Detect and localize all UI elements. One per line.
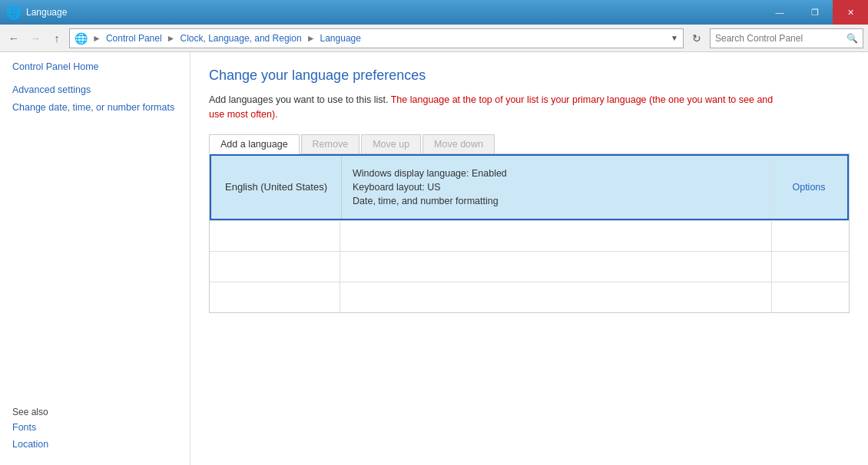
refresh-button[interactable]: ↻	[687, 28, 707, 48]
breadcrumb-clock-language[interactable]: Clock, Language, and Region	[181, 33, 302, 44]
description-start: Add languages you want to use to this li…	[209, 94, 391, 105]
page-description: Add languages you want to use to this li…	[209, 93, 785, 122]
language-name: English (United States)	[211, 156, 342, 219]
add-language-button[interactable]: Add a language	[209, 134, 300, 154]
sidebar-location-link[interactable]: Location	[12, 439, 177, 450]
breadcrumb-control-panel[interactable]: Control Panel	[106, 33, 162, 44]
close-button[interactable]: ✕	[833, 0, 868, 25]
main-container: Control Panel Home Advanced settings Cha…	[0, 52, 868, 465]
language-details: Windows display language: Enabled Keyboa…	[342, 156, 770, 219]
breadcrumb-language[interactable]: Language	[320, 33, 361, 44]
maximize-button[interactable]: ❐	[797, 0, 833, 25]
titlebar: 🌐 Language — ❐ ✕	[0, 0, 868, 25]
sidebar: Control Panel Home Advanced settings Cha…	[0, 52, 190, 465]
lang-detail-2: Date, time, and number formatting	[353, 196, 759, 206]
search-box: 🔍	[710, 28, 863, 48]
language-toolbar: Add a language Remove Move up Move down	[209, 134, 850, 154]
sidebar-home-link[interactable]: Control Panel Home	[12, 61, 177, 72]
addressbar: ← → ↑ 🌐 ► Control Panel ► Clock, Languag…	[0, 25, 868, 52]
window-icon: 🌐	[6, 5, 22, 20]
content-area: Change your language preferences Add lan…	[190, 52, 868, 465]
lang-detail-0: Windows display language: Enabled	[353, 168, 759, 179]
lang-empty-row-2	[210, 251, 849, 282]
see-also-title: See also	[12, 407, 177, 417]
language-list: English (United States) Windows display …	[209, 154, 850, 313]
sidebar-advanced-settings[interactable]: Advanced settings	[12, 84, 177, 95]
address-icon: 🌐	[75, 32, 88, 45]
titlebar-controls: — ❐ ✕	[762, 0, 868, 25]
language-options-cell: Options	[770, 156, 847, 219]
lang-empty-row-1	[210, 220, 849, 251]
sidebar-fonts-link[interactable]: Fonts	[12, 422, 177, 433]
move-up-button[interactable]: Move up	[361, 134, 421, 153]
lang-detail-1: Keyboard layout: US	[353, 182, 759, 193]
address-box: 🌐 ► Control Panel ► Clock, Language, and…	[69, 28, 684, 48]
remove-button[interactable]: Remove	[301, 134, 360, 153]
minimize-button[interactable]: —	[762, 0, 797, 25]
search-icon[interactable]: 🔍	[846, 33, 858, 44]
move-down-button[interactable]: Move down	[422, 134, 495, 153]
page-title: Change your language preferences	[209, 68, 850, 84]
options-link[interactable]: Options	[792, 182, 825, 193]
up-button[interactable]: ↑	[48, 29, 66, 48]
lang-empty-row-3	[210, 282, 849, 312]
sidebar-date-time[interactable]: Change date, time, or number formats	[12, 101, 177, 115]
forward-button[interactable]: →	[26, 29, 45, 48]
window-title: Language	[26, 7, 67, 18]
language-item-english[interactable]: English (United States) Windows display …	[210, 154, 849, 220]
search-input[interactable]	[715, 33, 843, 44]
back-button[interactable]: ←	[5, 29, 23, 48]
